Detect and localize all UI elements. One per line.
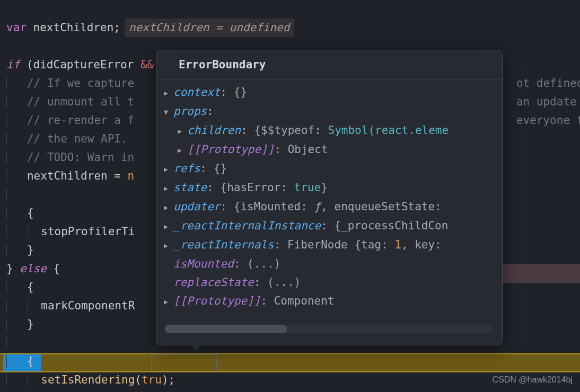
func-val: ƒ xyxy=(314,200,321,213)
object-key: updater xyxy=(173,200,221,213)
object-key: props xyxy=(173,105,207,118)
object-key: isMounted xyxy=(173,257,234,270)
object-row[interactable]: ▶state: {hasError: true} xyxy=(156,179,502,198)
object-key: _reactInternals xyxy=(173,238,274,251)
comment: // TODO: Warn in xyxy=(27,151,134,164)
brace: { xyxy=(27,355,34,368)
chevron-down-icon[interactable]: ▼ xyxy=(164,103,173,121)
tooltip-arrow-icon xyxy=(189,342,204,351)
chevron-right-icon[interactable]: ▶ xyxy=(178,141,187,159)
object-key: _reactInternalInstance xyxy=(173,219,321,232)
watermark-text: CSDN @hawk2014bj xyxy=(493,370,573,389)
chevron-right-icon[interactable]: ▶ xyxy=(164,179,173,198)
brace: { xyxy=(334,219,341,232)
brace: { xyxy=(221,181,227,194)
bool-val: true xyxy=(294,181,321,194)
object-key: refs xyxy=(173,162,200,175)
code-text: stopProfilerTi xyxy=(41,225,135,238)
object-row[interactable]: ▶_reactInternals: FiberNode {tag: 1, key… xyxy=(156,236,502,255)
object-val: , enqueueSetState: xyxy=(321,200,442,213)
object-val: isMounted: xyxy=(240,200,314,213)
object-val: tag: xyxy=(361,238,394,251)
chevron-right-icon[interactable]: ▶ xyxy=(164,84,173,102)
comment: // re-render a f xyxy=(27,114,134,127)
keyword-var: var xyxy=(6,21,27,34)
tooltip-body[interactable]: ▶context: {} ▼props: ▶children: {$$typeo… xyxy=(156,80,502,314)
tooltip-scrollbar[interactable] xyxy=(165,325,493,333)
chevron-right-icon[interactable]: ▶ xyxy=(164,160,173,179)
chevron-right-icon[interactable]: ▶ xyxy=(164,198,173,217)
code-text: nextChildren; xyxy=(27,21,120,34)
code-text: (didCaptureError xyxy=(20,58,140,71)
object-row[interactable]: ▶_reactInternalInstance: {_processChildC… xyxy=(156,217,502,236)
comment: // unmount all t xyxy=(27,95,134,108)
object-row[interactable]: ▶refs: {} xyxy=(156,159,502,179)
object-val: FiberNode { xyxy=(287,238,361,251)
object-row[interactable]: ▶updater: {isMounted: ƒ, enqueueSetState… xyxy=(156,198,502,217)
object-val: Object xyxy=(288,143,328,156)
code-text: markComponentR xyxy=(41,299,135,312)
debug-tooltip[interactable]: ErrorBoundary ▶context: {} ▼props: ▶chil… xyxy=(156,50,503,345)
brace: } xyxy=(27,244,34,256)
chevron-right-icon[interactable]: ▶ xyxy=(164,217,173,236)
object-row[interactable]: ▶context: {} xyxy=(156,83,502,102)
object-key: children xyxy=(187,124,241,137)
token-outline xyxy=(151,354,217,371)
func-call: setIsRendering xyxy=(41,373,135,386)
scrollbar-thumb[interactable] xyxy=(165,325,287,333)
object-val: {} xyxy=(214,162,227,175)
brace: { xyxy=(234,200,241,213)
brace: { xyxy=(47,262,60,275)
chevron-right-icon[interactable]: ▶ xyxy=(164,292,173,311)
object-val: , key: xyxy=(401,238,442,251)
code-text: n xyxy=(128,170,135,182)
object-row[interactable]: ▶[[Prototype]]: Object xyxy=(156,140,502,159)
object-val: {} xyxy=(234,86,247,99)
bool: tru xyxy=(142,373,162,386)
brace: } xyxy=(6,262,20,275)
object-row[interactable]: isMounted: (...) xyxy=(156,255,502,273)
getter-val[interactable]: (...) xyxy=(267,276,301,289)
comment: an update xyxy=(516,95,580,108)
num-val: 1 xyxy=(394,238,401,251)
brace: } xyxy=(27,318,34,331)
brace: } xyxy=(321,181,328,194)
object-key: [[Prototype]] xyxy=(173,295,260,307)
object-row[interactable]: ▶[[Prototype]]: Component xyxy=(156,292,502,311)
tooltip-title: ErrorBoundary xyxy=(156,50,502,80)
keyword-if: if xyxy=(6,58,20,71)
inline-debug-hint: nextChildren = undefined xyxy=(125,19,294,37)
object-row[interactable]: replaceState: (...) xyxy=(156,273,502,292)
object-val: hasError: xyxy=(227,181,294,194)
brace: { xyxy=(27,207,34,219)
code-text: nextChildren = xyxy=(27,170,128,182)
paren: ); xyxy=(162,373,175,386)
object-row[interactable]: ▼props: xyxy=(156,102,502,121)
object-row[interactable]: ▶children: {$$typeof: Symbol(react.eleme xyxy=(156,121,502,140)
getter-val[interactable]: (...) xyxy=(247,257,280,270)
keyword-else: else xyxy=(20,262,47,275)
comment: // If we capture xyxy=(27,77,134,90)
comment: everyone to xyxy=(516,114,580,127)
comment: ot defined xyxy=(516,77,580,90)
object-val: _processChildCon xyxy=(341,219,448,232)
object-key: [[Prototype]] xyxy=(187,143,274,156)
object-val: {$$typeof: xyxy=(254,124,328,137)
chevron-right-icon[interactable]: ▶ xyxy=(178,122,187,140)
object-key: replaceState xyxy=(173,276,254,289)
object-key: state xyxy=(173,181,207,194)
object-val: Component xyxy=(274,295,335,307)
object-key: context xyxy=(173,86,221,99)
chevron-right-icon[interactable]: ▶ xyxy=(164,236,173,255)
brace: { xyxy=(27,281,34,293)
comment: // the new API. xyxy=(27,132,128,145)
symbol-val: Symbol(react.eleme xyxy=(328,124,449,137)
paren: ( xyxy=(135,373,142,386)
